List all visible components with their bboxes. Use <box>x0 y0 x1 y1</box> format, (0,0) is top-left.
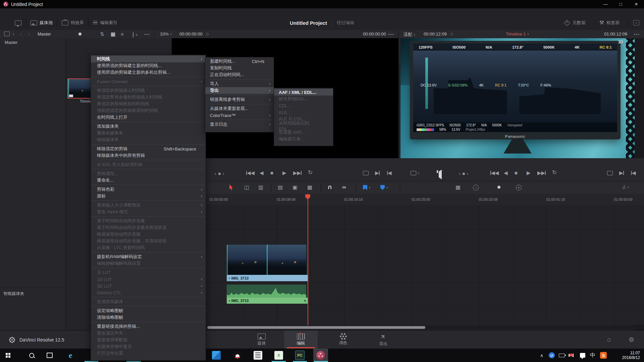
source-reverse-button[interactable]: ◀ <box>260 170 264 175</box>
trim-edit-mode-tool[interactable]: ◫ <box>244 185 249 190</box>
page-tab-edit[interactable]: 编辑 <box>284 330 318 349</box>
submenu-item[interactable]: 正在启动时间码... <box>205 71 274 78</box>
inspector-toggle[interactable]: ⚒ 检查器 <box>599 20 620 26</box>
context-menu-item[interactable]: 编辑静帧编解码器设置 <box>91 260 206 267</box>
submenu-item[interactable]: 复制时间线 <box>205 65 274 71</box>
context-menu-item[interactable]: 剪辑色彩 › <box>91 186 206 193</box>
context-menu-item[interactable]: Fusion Connect › <box>91 78 206 85</box>
audio-meters-dropdown[interactable]: ♫∨ <box>622 184 629 190</box>
sort-icon[interactable]: ⇅ <box>100 32 104 37</box>
remote-desktop-icon[interactable] <box>209 349 224 362</box>
submenu-item[interactable]: 生成新 AAF... <box>274 129 333 136</box>
context-menu-item[interactable]: 基于时间码自动同步音频 <box>91 218 206 224</box>
power-tray-icon[interactable] <box>557 349 567 362</box>
source-goto-in-button[interactable]: ◀ <box>387 170 392 175</box>
source-zoom-dropdown[interactable]: 33% ∨ <box>160 32 172 37</box>
bin-panel-toggle-icon[interactable] <box>4 32 10 36</box>
source-play-button[interactable]: ▶ <box>282 170 286 175</box>
timeline-ruler[interactable]: 01:00:00:0001:00:08:0801:00:16:1601:00:2… <box>172 194 644 205</box>
timeline-horizontal-scrollbar[interactable] <box>172 326 644 329</box>
context-menu-item[interactable]: 更新使用率数据 <box>91 337 206 343</box>
zoom-out-button[interactable]: − <box>473 185 479 190</box>
bin-forward-button[interactable]: › <box>28 32 30 37</box>
action-center-icon[interactable] <box>578 349 588 362</box>
snapping-toggle[interactable]: U <box>328 185 332 190</box>
context-menu-item[interactable]: 将选定带有余量的剪辑插入时间线 <box>91 94 206 101</box>
settings-gear-icon[interactable]: ⚙ <box>629 336 634 344</box>
ime-indicator[interactable]: 中 <box>588 349 598 362</box>
timeline-first-frame-button[interactable]: ◀◀ <box>490 170 499 175</box>
pool-options-menu[interactable]: ••• <box>144 32 150 36</box>
source-match-frame-icon[interactable] <box>363 171 369 175</box>
audio-clip[interactable]: • IMG_3713 ∿ <box>227 285 306 304</box>
source-last-frame-button[interactable]: ▶▶ <box>293 170 302 175</box>
media-pool-toggle[interactable]: 媒体池 <box>31 20 53 26</box>
taskbar-clock[interactable]: 11:07 2016/8/12 <box>622 349 640 362</box>
context-menu-item[interactable]: 清除缩略图帧 <box>91 314 206 321</box>
context-menu-item[interactable]: 摄影机RAW编解码设定 › <box>91 253 206 260</box>
context-menu-item[interactable]: 从 EDL 导入批处理列表 <box>91 161 206 168</box>
volume-muted-icon[interactable]: × <box>567 349 577 362</box>
minimize-button[interactable]: — <box>598 0 613 8</box>
position-lock-dropdown[interactable]: ∨ <box>380 185 388 190</box>
audio-mute-icon[interactable] <box>439 170 442 179</box>
submenu-item[interactable]: 编辑索引表... <box>274 136 333 142</box>
context-menu-item[interactable]: 将选定的剪辑插入时间线 <box>91 87 206 94</box>
context-menu-item[interactable]: 剪辑属性... <box>91 170 206 177</box>
context-menu-item[interactable]: 在时间线上打开 <box>91 114 206 121</box>
context-menu-item[interactable]: 更改输入大小调整预设 › <box>91 202 206 208</box>
context-menu-item[interactable]: 根据波形自动同步音频 <box>91 231 206 238</box>
timeline-play-button[interactable]: ▶ <box>527 170 531 175</box>
timeline-zoom-dropdown[interactable]: 适配 ∨ <box>404 32 416 38</box>
context-menu-item[interactable]: 更改源文件夹... <box>91 330 206 337</box>
timeline-last-frame-button[interactable]: ▶▶ <box>537 170 546 175</box>
selection-tool[interactable] <box>229 184 234 190</box>
start-button[interactable] <box>1 349 15 362</box>
context-menu-item[interactable]: 设定缩略图帧 <box>91 307 206 314</box>
context-menu-item[interactable]: 从音频 - LTC 更新时间码 <box>91 244 206 251</box>
timeline-reverse-button[interactable]: ◀ <box>504 170 508 175</box>
context-menu-item[interactable]: 基于时间码自动同步音频并附加轨道 <box>91 224 206 231</box>
sogou-tray-icon[interactable]: S <box>598 349 608 362</box>
submenu-item[interactable]: 链接离线参考剪辑 › <box>205 96 274 103</box>
timeline-tracks[interactable]: • IMG_3713 • IMG_3713 ∿ <box>172 205 644 325</box>
context-menu-item[interactable]: 移除选定的剪辑 Shift+Backspace <box>91 145 206 152</box>
submenu-item[interactable]: 从媒体夹重新套底... <box>205 105 274 112</box>
submenu-item[interactable]: 导出 › <box>205 87 274 94</box>
dynamic-trim-tool[interactable]: ▥ <box>258 185 263 190</box>
metadata-toggle[interactable]: 元数据 <box>565 20 586 26</box>
timeline-jog-control[interactable]: ‹› <box>459 171 468 176</box>
timeline-goto-out-button[interactable]: ▶ <box>619 170 624 175</box>
source-goto-out-button[interactable]: ▶ <box>375 170 380 175</box>
context-menu-item[interactable]: 重新链接选择的剪辑... <box>91 323 206 330</box>
submenu-item[interactable]: AAF / XML / EDL... <box>274 89 333 96</box>
page-tab-media[interactable]: 媒体 <box>245 330 278 349</box>
source-stop-button[interactable]: ■ <box>270 170 273 175</box>
add-marker-dropdown[interactable]: ∨ <box>363 185 371 190</box>
smart-bins-section-label[interactable]: 智能媒体夹 <box>3 291 24 297</box>
qq-icon[interactable] <box>230 349 245 362</box>
context-menu-item[interactable]: 移除媒体夹 <box>91 136 206 143</box>
submenu-item[interactable]: 导入 › <box>205 80 274 87</box>
timeline-viewer[interactable]: 120FPSISO500N/A172.8°5000K4KRC 8:1 DC 13… <box>400 38 635 158</box>
calculator-icon[interactable] <box>251 349 265 362</box>
context-menu-item[interactable]: 根据波形自动同步音频，并添加音轨 <box>91 238 206 244</box>
insert-clip-button[interactable]: ▤ <box>278 185 283 190</box>
context-menu-item[interactable]: 在媒体存储中显示 <box>91 343 206 350</box>
overwrite-clip-button[interactable]: ▣ <box>292 185 298 190</box>
tray-expand-icon[interactable]: ∧ <box>537 349 547 362</box>
scrollbar-thumb[interactable] <box>207 326 425 329</box>
context-menu-item[interactable]: 无 LUT <box>91 269 206 276</box>
context-menu-item[interactable]: 3D LUT › <box>91 283 206 289</box>
page-tab-deliver[interactable]: ✈ 导出 <box>367 330 400 349</box>
source-first-frame-button[interactable]: ◀◀ <box>246 170 255 175</box>
timeline-select-zoom-dropdown[interactable]: ∨ <box>411 171 420 175</box>
effects-library-toggle[interactable]: 特效库 <box>62 20 84 26</box>
submenu-item[interactable]: CDL... <box>274 102 333 109</box>
source-jog-control[interactable]: ‹› <box>215 171 224 176</box>
context-menu-item[interactable]: 重命名媒体夹 <box>91 130 206 136</box>
context-menu-item[interactable]: 生成优化媒体 <box>91 298 206 305</box>
submenu-item[interactable]: 缺失剪辑EDL... <box>274 96 333 102</box>
zoom-in-button[interactable]: + <box>516 185 522 190</box>
audio-fade-icon[interactable]: ∿ <box>304 299 307 303</box>
